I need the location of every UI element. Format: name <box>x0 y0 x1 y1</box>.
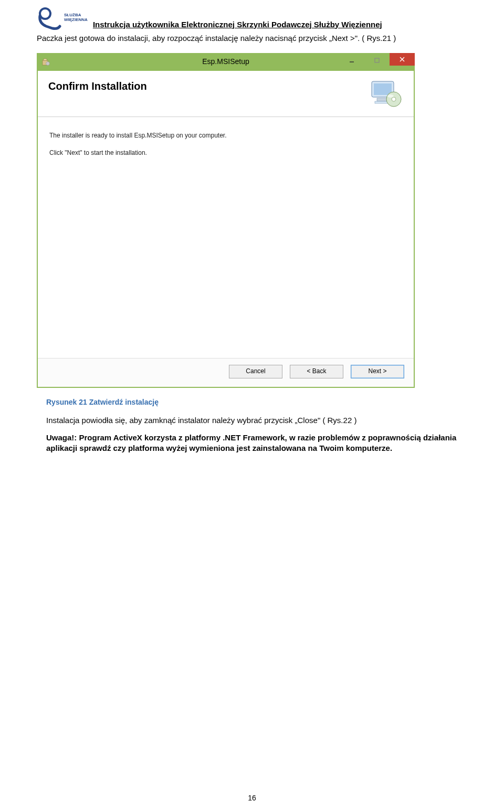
figure-caption: Rysunek 21 Zatwierdź instalację <box>46 397 467 407</box>
content-line-1: The installer is ready to install Esp.MS… <box>49 132 402 140</box>
installer-app-icon <box>41 57 50 67</box>
computer-disc-icon <box>370 79 403 109</box>
svg-rect-9 <box>374 83 392 95</box>
button-row: Cancel < Back Next > <box>38 358 414 387</box>
logo-icon <box>37 5 62 30</box>
svg-point-3 <box>46 61 50 65</box>
intro-paragraph: Paczka jest gotowa do instalacji, aby ro… <box>37 33 467 44</box>
maximize-button[interactable] <box>364 53 390 68</box>
installer-window: Esp.MSISetup Confirm Installation <box>37 53 415 388</box>
page-title: Instrukcja użytkownika Elektronicznej Sk… <box>93 19 467 31</box>
svg-rect-2 <box>44 59 47 60</box>
minimize-button[interactable] <box>339 53 364 68</box>
titlebar: Esp.MSISetup <box>37 53 415 71</box>
banner-title: Confirm Installation <box>48 79 147 93</box>
svg-rect-5 <box>375 58 379 62</box>
close-button[interactable] <box>390 53 415 66</box>
back-button[interactable]: < Back <box>290 365 343 378</box>
paragraph-warning: Uwaga!: Program ActiveX korzysta z platf… <box>46 433 467 453</box>
svg-point-0 <box>40 8 50 19</box>
installer-content: The installer is ready to install Esp.MS… <box>38 117 414 358</box>
logo-text: SŁUŻBA WIĘZIENNA <box>64 13 88 23</box>
cancel-button[interactable]: Cancel <box>229 365 282 378</box>
page-number: 16 <box>0 793 504 803</box>
installer-banner: Confirm Installation <box>38 71 414 117</box>
svg-point-14 <box>387 94 394 98</box>
page-header: SŁUŻBA WIĘZIENNA Instrukcja użytkownika … <box>37 5 467 30</box>
window-buttons <box>339 53 415 71</box>
content-line-2: Click "Next" to start the installation. <box>49 149 402 157</box>
paragraph-1: Instalacja powiodła się, aby zamknąć ins… <box>46 415 467 426</box>
logo: SŁUŻBA WIĘZIENNA <box>37 5 88 30</box>
svg-point-13 <box>392 97 396 101</box>
next-button[interactable]: Next > <box>351 365 404 378</box>
